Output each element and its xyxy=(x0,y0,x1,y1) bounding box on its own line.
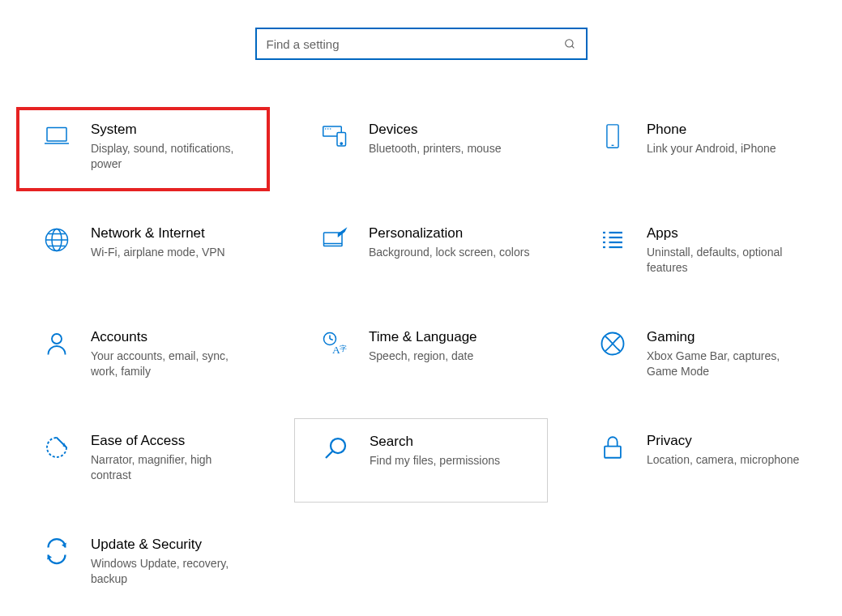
tile-title: Apps xyxy=(647,225,818,242)
laptop-icon xyxy=(41,120,73,152)
person-icon xyxy=(41,327,73,360)
search-box[interactable] xyxy=(255,28,588,60)
lock-icon xyxy=(596,431,629,464)
tile-update-security[interactable]: Update & Security Windows Update, recove… xyxy=(16,522,270,606)
svg-rect-37 xyxy=(605,447,621,458)
svg-point-0 xyxy=(565,40,572,47)
svg-line-36 xyxy=(326,451,332,458)
tile-desc: Narrator, magnifier, high contrast xyxy=(91,452,253,483)
devices-icon xyxy=(318,120,351,152)
tile-devices[interactable]: Devices Bluetooth, printers, mouse xyxy=(294,107,548,191)
tile-desc: Speech, region, date xyxy=(369,349,531,364)
tile-ease-of-access[interactable]: Ease of Access Narrator, magnifier, high… xyxy=(16,418,270,503)
tile-title: Ease of Access xyxy=(91,433,262,449)
tile-title: Privacy xyxy=(647,433,818,449)
globe-icon xyxy=(41,224,73,256)
magnifier-icon xyxy=(319,432,352,464)
tile-system[interactable]: System Display, sound, notifications, po… xyxy=(16,107,270,191)
tile-title: Update & Security xyxy=(91,537,262,553)
tile-accounts[interactable]: Accounts Your accounts, email, sync, wor… xyxy=(16,314,270,399)
tile-search[interactable]: Search Find my files, permissions xyxy=(294,418,548,503)
tile-time-language[interactable]: A 字 Time & Language Speech, region, date xyxy=(294,314,548,399)
tile-desc: Find my files, permissions xyxy=(370,453,532,468)
xbox-icon xyxy=(596,327,629,360)
tile-title: Devices xyxy=(369,122,540,138)
svg-rect-10 xyxy=(607,125,618,148)
tile-title: Time & Language xyxy=(369,329,540,345)
tile-desc: Uninstall, defaults, optional features xyxy=(647,245,809,276)
svg-text:字: 字 xyxy=(340,344,347,353)
tile-personalization[interactable]: Personalization Background, lock screen,… xyxy=(294,211,548,295)
tile-desc: Background, lock screen, colors xyxy=(369,245,531,260)
sync-icon xyxy=(41,535,73,567)
tile-desc: Location, camera, microphone xyxy=(647,452,809,468)
svg-point-9 xyxy=(340,143,342,144)
tile-desc: Link your Android, iPhone xyxy=(647,141,809,156)
ease-icon xyxy=(41,431,73,464)
tile-desc: Display, sound, notifications, power xyxy=(91,141,253,172)
svg-point-27 xyxy=(52,334,62,344)
tile-desc: Your accounts, email, sync, work, family xyxy=(91,349,253,379)
time-language-icon: A 字 xyxy=(318,327,351,360)
tile-title: Personalization xyxy=(369,225,540,242)
tile-title: Network & Internet xyxy=(91,225,262,242)
tile-privacy[interactable]: Privacy Location, camera, microphone xyxy=(572,418,826,503)
tile-title: Accounts xyxy=(91,329,262,345)
tile-title: Phone xyxy=(647,122,818,138)
tile-apps[interactable]: Apps Uninstall, defaults, optional featu… xyxy=(572,211,826,295)
search-input[interactable] xyxy=(267,37,563,51)
tile-network[interactable]: Network & Internet Wi-Fi, airplane mode,… xyxy=(16,211,270,295)
tile-desc: Windows Update, recovery, backup xyxy=(91,556,253,587)
svg-point-35 xyxy=(331,438,345,453)
svg-rect-2 xyxy=(47,128,66,142)
paint-icon xyxy=(318,224,351,256)
settings-grid: System Display, sound, notifications, po… xyxy=(0,60,842,606)
tile-phone[interactable]: Phone Link your Android, iPhone xyxy=(572,107,826,191)
svg-line-1 xyxy=(571,46,574,49)
phone-icon xyxy=(596,120,629,152)
list-icon xyxy=(596,224,629,256)
tile-desc: Wi-Fi, airplane mode, VPN xyxy=(91,245,253,260)
search-icon xyxy=(563,37,576,50)
tile-title: Gaming xyxy=(647,329,818,345)
tile-desc: Xbox Game Bar, captures, Game Mode xyxy=(647,349,809,379)
tile-title: Search xyxy=(370,434,539,450)
tile-gaming[interactable]: Gaming Xbox Game Bar, captures, Game Mod… xyxy=(572,314,826,399)
tile-title: System xyxy=(91,122,262,138)
tile-desc: Bluetooth, printers, mouse xyxy=(369,141,531,156)
svg-line-30 xyxy=(330,339,333,340)
